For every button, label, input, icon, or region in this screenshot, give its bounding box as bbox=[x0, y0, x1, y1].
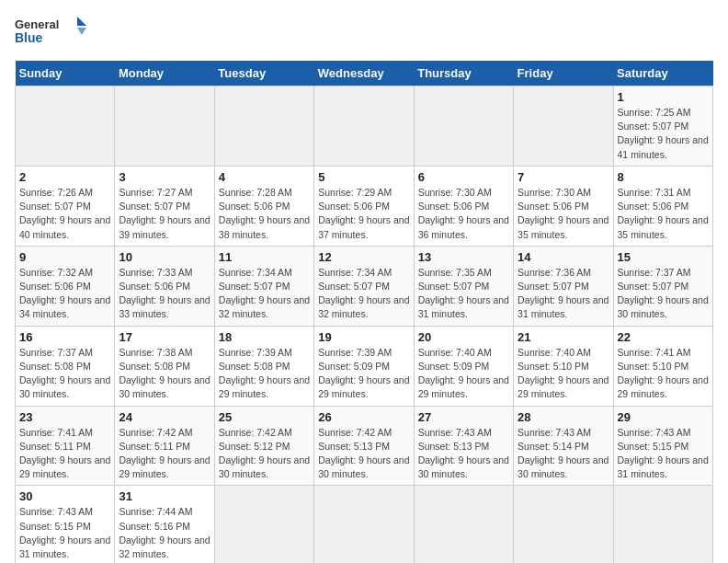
weekday-header-friday: Friday bbox=[514, 61, 613, 86]
svg-text:Blue: Blue bbox=[15, 30, 43, 45]
day-detail: Sunrise: 7:43 AMSunset: 5:14 PMDaylight:… bbox=[518, 426, 609, 482]
calendar-cell: 7Sunrise: 7:30 AMSunset: 5:06 PMDaylight… bbox=[514, 166, 613, 246]
calendar-week-3: 9Sunrise: 7:32 AMSunset: 5:06 PMDaylight… bbox=[16, 246, 713, 326]
day-detail: Sunrise: 7:39 AMSunset: 5:09 PMDaylight:… bbox=[318, 346, 409, 402]
svg-marker-2 bbox=[77, 17, 86, 26]
day-number: 31 bbox=[119, 489, 210, 503]
day-number: 9 bbox=[19, 250, 110, 264]
day-detail: Sunrise: 7:33 AMSunset: 5:06 PMDaylight:… bbox=[119, 266, 210, 322]
svg-marker-3 bbox=[77, 28, 86, 35]
day-number: 22 bbox=[618, 330, 709, 344]
day-detail: Sunrise: 7:40 AMSunset: 5:09 PMDaylight:… bbox=[418, 346, 509, 402]
calendar-cell bbox=[514, 86, 613, 167]
calendar-cell: 15Sunrise: 7:37 AMSunset: 5:07 PMDayligh… bbox=[613, 246, 712, 326]
day-detail: Sunrise: 7:42 AMSunset: 5:13 PMDaylight:… bbox=[318, 426, 409, 482]
day-detail: Sunrise: 7:38 AMSunset: 5:08 PMDaylight:… bbox=[119, 346, 210, 402]
day-number: 5 bbox=[318, 170, 409, 184]
day-number: 13 bbox=[418, 250, 509, 264]
calendar-cell: 23Sunrise: 7:41 AMSunset: 5:11 PMDayligh… bbox=[16, 406, 115, 486]
day-number: 24 bbox=[119, 410, 210, 424]
calendar-cell: 11Sunrise: 7:34 AMSunset: 5:07 PMDayligh… bbox=[214, 246, 313, 326]
day-number: 10 bbox=[119, 250, 210, 264]
day-detail: Sunrise: 7:32 AMSunset: 5:06 PMDaylight:… bbox=[19, 266, 110, 322]
calendar-cell: 26Sunrise: 7:42 AMSunset: 5:13 PMDayligh… bbox=[314, 406, 414, 486]
calendar-cell bbox=[613, 486, 712, 563]
calendar-week-6: 30Sunrise: 7:43 AMSunset: 5:15 PMDayligh… bbox=[16, 486, 713, 563]
day-number: 30 bbox=[19, 489, 110, 503]
calendar-cell: 31Sunrise: 7:44 AMSunset: 5:16 PMDayligh… bbox=[115, 486, 214, 563]
calendar-cell bbox=[414, 86, 513, 167]
svg-text:General: General bbox=[15, 17, 59, 31]
day-detail: Sunrise: 7:34 AMSunset: 5:07 PMDaylight:… bbox=[318, 266, 409, 322]
calendar-cell: 13Sunrise: 7:35 AMSunset: 5:07 PMDayligh… bbox=[414, 246, 513, 326]
day-number: 11 bbox=[219, 250, 310, 264]
calendar-cell: 24Sunrise: 7:42 AMSunset: 5:11 PMDayligh… bbox=[115, 406, 214, 486]
calendar-cell: 22Sunrise: 7:41 AMSunset: 5:10 PMDayligh… bbox=[613, 326, 712, 406]
calendar-cell: 25Sunrise: 7:42 AMSunset: 5:12 PMDayligh… bbox=[214, 406, 313, 486]
calendar-cell: 14Sunrise: 7:36 AMSunset: 5:07 PMDayligh… bbox=[514, 246, 613, 326]
day-number: 18 bbox=[219, 330, 310, 344]
calendar-cell: 5Sunrise: 7:29 AMSunset: 5:06 PMDaylight… bbox=[314, 166, 414, 246]
calendar-cell: 20Sunrise: 7:40 AMSunset: 5:09 PMDayligh… bbox=[414, 326, 513, 406]
day-number: 15 bbox=[618, 250, 709, 264]
calendar-cell: 9Sunrise: 7:32 AMSunset: 5:06 PMDaylight… bbox=[16, 246, 115, 326]
calendar-cell: 18Sunrise: 7:39 AMSunset: 5:08 PMDayligh… bbox=[214, 326, 313, 406]
day-number: 23 bbox=[19, 410, 110, 424]
weekday-header-tuesday: Tuesday bbox=[214, 61, 313, 86]
day-detail: Sunrise: 7:28 AMSunset: 5:06 PMDaylight:… bbox=[219, 186, 310, 242]
calendar-cell: 6Sunrise: 7:30 AMSunset: 5:06 PMDaylight… bbox=[414, 166, 513, 246]
day-detail: Sunrise: 7:29 AMSunset: 5:06 PMDaylight:… bbox=[318, 186, 409, 242]
weekday-header-sunday: Sunday bbox=[16, 61, 115, 86]
calendar-cell: 8Sunrise: 7:31 AMSunset: 5:06 PMDaylight… bbox=[613, 166, 712, 246]
calendar-cell: 10Sunrise: 7:33 AMSunset: 5:06 PMDayligh… bbox=[115, 246, 214, 326]
page-header: General Blue bbox=[15, 15, 713, 50]
calendar-week-4: 16Sunrise: 7:37 AMSunset: 5:08 PMDayligh… bbox=[16, 326, 713, 406]
calendar-cell: 1Sunrise: 7:25 AMSunset: 5:07 PMDaylight… bbox=[613, 86, 712, 167]
day-detail: Sunrise: 7:35 AMSunset: 5:07 PMDaylight:… bbox=[418, 266, 509, 322]
day-detail: Sunrise: 7:36 AMSunset: 5:07 PMDaylight:… bbox=[518, 266, 609, 322]
day-detail: Sunrise: 7:44 AMSunset: 5:16 PMDaylight:… bbox=[119, 505, 210, 561]
day-number: 4 bbox=[219, 170, 310, 184]
calendar-cell bbox=[314, 486, 414, 563]
day-detail: Sunrise: 7:26 AMSunset: 5:07 PMDaylight:… bbox=[19, 186, 110, 242]
day-number: 19 bbox=[318, 330, 409, 344]
day-detail: Sunrise: 7:25 AMSunset: 5:07 PMDaylight:… bbox=[618, 106, 709, 162]
calendar-cell bbox=[414, 486, 513, 563]
day-detail: Sunrise: 7:41 AMSunset: 5:10 PMDaylight:… bbox=[618, 346, 709, 402]
day-detail: Sunrise: 7:39 AMSunset: 5:08 PMDaylight:… bbox=[219, 346, 310, 402]
calendar-cell bbox=[314, 86, 414, 167]
calendar-table: SundayMondayTuesdayWednesdayThursdayFrid… bbox=[15, 61, 713, 563]
day-number: 12 bbox=[318, 250, 409, 264]
day-number: 14 bbox=[518, 250, 609, 264]
weekday-header-saturday: Saturday bbox=[613, 61, 712, 86]
weekday-header-thursday: Thursday bbox=[414, 61, 513, 86]
calendar-cell: 17Sunrise: 7:38 AMSunset: 5:08 PMDayligh… bbox=[115, 326, 214, 406]
day-number: 2 bbox=[19, 170, 110, 184]
calendar-week-1: 1Sunrise: 7:25 AMSunset: 5:07 PMDaylight… bbox=[16, 86, 713, 167]
day-number: 3 bbox=[119, 170, 210, 184]
calendar-cell bbox=[16, 86, 115, 167]
day-detail: Sunrise: 7:27 AMSunset: 5:07 PMDaylight:… bbox=[119, 186, 210, 242]
day-detail: Sunrise: 7:34 AMSunset: 5:07 PMDaylight:… bbox=[219, 266, 310, 322]
day-number: 8 bbox=[618, 170, 709, 184]
day-detail: Sunrise: 7:43 AMSunset: 5:15 PMDaylight:… bbox=[19, 505, 110, 561]
weekday-header-wednesday: Wednesday bbox=[314, 61, 414, 86]
day-detail: Sunrise: 7:42 AMSunset: 5:11 PMDaylight:… bbox=[119, 426, 210, 482]
calendar-cell bbox=[514, 486, 613, 563]
calendar-cell bbox=[115, 86, 214, 167]
day-number: 29 bbox=[618, 410, 709, 424]
day-detail: Sunrise: 7:41 AMSunset: 5:11 PMDaylight:… bbox=[19, 426, 110, 482]
day-detail: Sunrise: 7:40 AMSunset: 5:10 PMDaylight:… bbox=[518, 346, 609, 402]
calendar-week-2: 2Sunrise: 7:26 AMSunset: 5:07 PMDaylight… bbox=[16, 166, 713, 246]
calendar-cell: 4Sunrise: 7:28 AMSunset: 5:06 PMDaylight… bbox=[214, 166, 313, 246]
day-number: 1 bbox=[618, 90, 709, 104]
calendar-cell: 19Sunrise: 7:39 AMSunset: 5:09 PMDayligh… bbox=[314, 326, 414, 406]
day-number: 16 bbox=[19, 330, 110, 344]
day-number: 6 bbox=[418, 170, 509, 184]
day-detail: Sunrise: 7:43 AMSunset: 5:13 PMDaylight:… bbox=[418, 426, 509, 482]
calendar-cell: 16Sunrise: 7:37 AMSunset: 5:08 PMDayligh… bbox=[16, 326, 115, 406]
logo-svg: General Blue bbox=[15, 15, 88, 50]
calendar-cell: 12Sunrise: 7:34 AMSunset: 5:07 PMDayligh… bbox=[314, 246, 414, 326]
calendar-cell: 29Sunrise: 7:43 AMSunset: 5:15 PMDayligh… bbox=[613, 406, 712, 486]
day-detail: Sunrise: 7:30 AMSunset: 5:06 PMDaylight:… bbox=[418, 186, 509, 242]
